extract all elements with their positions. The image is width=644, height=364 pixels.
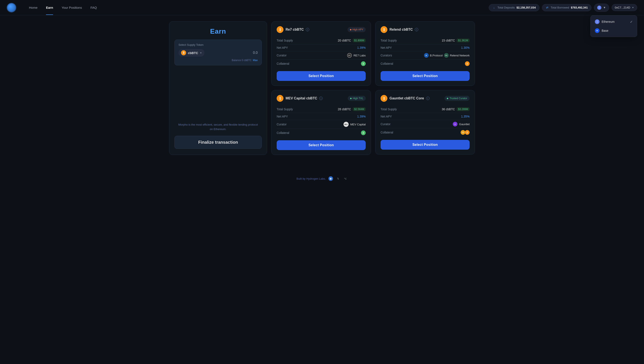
re7-supply-usd: $1.806M bbox=[353, 38, 366, 42]
finalize-button[interactable]: Finalize transaction bbox=[174, 136, 262, 149]
relend-card-name: Relend cbBTC bbox=[389, 28, 413, 32]
borrowed-icon: ⇄ bbox=[546, 6, 549, 9]
card-header-gauntlet: ₿ Gauntlet cbBTC Core i Trusted Curator bbox=[381, 95, 470, 102]
token-chevron-icon: ▼ bbox=[200, 52, 202, 54]
re7-apy-label: Net APY bbox=[277, 46, 288, 50]
card-title-group-mev: ₿ MEV Capital cbBTC i bbox=[277, 95, 323, 102]
wallet-button[interactable]: 0xC7...214D ▼ bbox=[612, 4, 637, 11]
earn-description: Morpho is the most efficient, secure, an… bbox=[174, 122, 262, 132]
card-title-group-relend: ₿ Relend cbBTC i bbox=[381, 26, 418, 33]
gauntlet-supply-usd: $3.289M bbox=[457, 107, 470, 111]
mev-curator-name: MEV Capital bbox=[350, 123, 366, 126]
card-header-mev: ₿ MEV Capital cbBTC i High TVL bbox=[277, 95, 366, 102]
total-deposits-pill: ↓ Total Deposits $2,158,357,034 bbox=[489, 4, 539, 11]
network-selector[interactable]: Ξ ▼ bbox=[594, 4, 609, 12]
re7-curator-label: Curator bbox=[277, 54, 287, 57]
card-header-relend: ₿ Relend cbBTC i bbox=[381, 26, 470, 33]
max-button[interactable]: Max bbox=[253, 59, 258, 62]
relend-collateral-label: Collateral bbox=[381, 62, 393, 65]
mev-curator-row: Curator MEV MEV Capital bbox=[277, 120, 366, 129]
mev-info-icon[interactable]: i bbox=[319, 97, 323, 100]
dropdown-ethereum[interactable]: Ξ Ethereum ✓ bbox=[592, 17, 635, 26]
mev-curator-label: Curator bbox=[277, 122, 287, 126]
re7-badge-dot bbox=[350, 29, 351, 30]
cbbtc-icon: ₿ bbox=[181, 50, 186, 55]
mev-select-button[interactable]: Select Position bbox=[277, 140, 366, 150]
vault-card-relend: ₿ Relend cbBTC i Total Supply 15 cbBTC $… bbox=[375, 21, 475, 86]
re7-apy-value: 1.39% bbox=[357, 46, 366, 50]
relend-supply-amount: 15 cbBTC bbox=[442, 39, 455, 42]
gauntlet-supply-value: 36 cbBTC $3.289M bbox=[442, 107, 470, 111]
morpho-social-icon[interactable]: ◉ bbox=[328, 176, 333, 181]
header-right: ↓ Total Deposits $2,158,357,034 ⇄ Total … bbox=[489, 4, 637, 12]
gauntlet-apy-value: 1.35% bbox=[461, 115, 470, 118]
token-row: ₿ cbBTC ▼ 0.0 bbox=[179, 49, 258, 56]
total-borrowed-pill: ⇄ Total Borrowed $783,492,341 bbox=[542, 4, 591, 11]
gauntlet-badge-label: Trusted Curator bbox=[449, 97, 467, 100]
card-header-re7: ₿ Re7 cbBTC i High APY bbox=[277, 26, 366, 33]
wallet-address: 0xC7...214D bbox=[615, 6, 630, 9]
gauntlet-badge-dot bbox=[447, 98, 448, 99]
supply-token-box: Select Supply Token ₿ cbBTC ▼ 0.0 Balanc… bbox=[174, 40, 262, 65]
gauntlet-curator-icon: G bbox=[453, 122, 457, 126]
relend-curators-group: B B.Protocol RN Relend Network bbox=[424, 53, 470, 58]
network-label: ▼ bbox=[603, 6, 606, 9]
deposits-icon: ↓ bbox=[492, 6, 496, 9]
mev-apy-label: Net APY bbox=[277, 115, 288, 118]
bprotocol-curator-name: B.Protocol bbox=[430, 54, 443, 57]
re7-info-icon[interactable]: i bbox=[306, 28, 309, 31]
mev-supply-value: 28 cbBTC $2.564M bbox=[338, 107, 366, 111]
dropdown-base[interactable]: B Base bbox=[592, 26, 635, 35]
mev-collateral-icon: ₿ bbox=[361, 130, 366, 135]
relend-collateral-icons: ₿ bbox=[465, 61, 470, 66]
gauntlet-supply-amount: 36 cbBTC bbox=[442, 108, 455, 111]
mev-supply-usd: $2.564M bbox=[353, 107, 366, 111]
gauntlet-collateral-icons: W ₿ bbox=[461, 130, 470, 135]
relend-supply-row: Total Supply 15 cbBTC $1.361M bbox=[381, 37, 470, 44]
gauntlet-card-name: Gauntlet cbBTC Core bbox=[389, 96, 424, 100]
mev-vault-icon: ₿ bbox=[277, 95, 283, 102]
gauntlet-btc-icon: ₿ bbox=[465, 130, 470, 135]
github-social-icon[interactable]: ⌥ bbox=[343, 176, 348, 181]
card-title-group-re7: ₿ Re7 cbBTC i bbox=[277, 26, 309, 33]
vault-card-re7: ₿ Re7 cbBTC i High APY Total Supply 20 c… bbox=[271, 21, 371, 86]
gauntlet-info-icon[interactable]: i bbox=[426, 97, 430, 100]
gauntlet-supply-row: Total Supply 36 cbBTC $3.289M bbox=[381, 106, 470, 113]
vault-card-mev: ₿ MEV Capital cbBTC i High TVL Total Sup… bbox=[271, 90, 371, 155]
network-dropdown: Ξ Ethereum ✓ B Base bbox=[590, 15, 637, 37]
re7-apy-row: Net APY 1.39% bbox=[277, 44, 366, 51]
re7-curator-icon: R7 bbox=[347, 53, 352, 58]
nav-faq[interactable]: FAQ bbox=[91, 6, 97, 9]
relend-info-icon[interactable]: i bbox=[415, 28, 418, 31]
token-amount: 0.0 bbox=[253, 51, 258, 55]
mev-supply-amount: 28 cbBTC bbox=[338, 108, 351, 111]
gauntlet-select-button[interactable]: Select Position bbox=[381, 140, 470, 150]
nav-positions[interactable]: Your Positions bbox=[62, 6, 82, 9]
relend-select-button[interactable]: Select Position bbox=[381, 71, 470, 81]
mev-collateral-icons: ₿ bbox=[361, 130, 366, 135]
borrowed-label: Total Borrowed bbox=[551, 6, 569, 9]
nav-home[interactable]: Home bbox=[29, 6, 38, 9]
eth-icon: Ξ bbox=[597, 6, 601, 10]
gauntlet-vault-icon: ₿ bbox=[381, 95, 387, 102]
mev-badge: High TVL bbox=[348, 96, 366, 101]
re7-collateral-label: Collateral bbox=[277, 62, 289, 65]
re7-badge: High APY bbox=[348, 27, 366, 32]
mev-supply-label: Total Supply bbox=[277, 108, 293, 111]
gauntlet-apy-row: Net APY 1.35% bbox=[381, 113, 470, 120]
relend-supply-usd: $1.361M bbox=[457, 38, 470, 42]
relend-supply-label: Total Supply bbox=[381, 39, 397, 42]
re7-select-button[interactable]: Select Position bbox=[277, 71, 366, 81]
eth-option-label: Ethereum bbox=[602, 20, 614, 24]
gauntlet-collateral-row: Collateral W ₿ bbox=[381, 128, 470, 136]
re7-vault-icon: ₿ bbox=[277, 26, 283, 33]
token-select-button[interactable]: ₿ cbBTC ▼ bbox=[179, 49, 204, 56]
mev-curator-icon: MEV bbox=[344, 122, 349, 127]
nav-earn[interactable]: Earn bbox=[46, 6, 53, 9]
base-option-label: Base bbox=[602, 29, 608, 32]
balance-text: Balance 0 cbBTC bbox=[232, 59, 252, 62]
gauntlet-curator-name: Gauntlet bbox=[459, 122, 470, 126]
relend-curator-name2: Relend Network bbox=[450, 54, 470, 57]
twitter-social-icon[interactable]: 𝕏 bbox=[336, 176, 340, 181]
re7-supply-label: Total Supply bbox=[277, 39, 293, 42]
